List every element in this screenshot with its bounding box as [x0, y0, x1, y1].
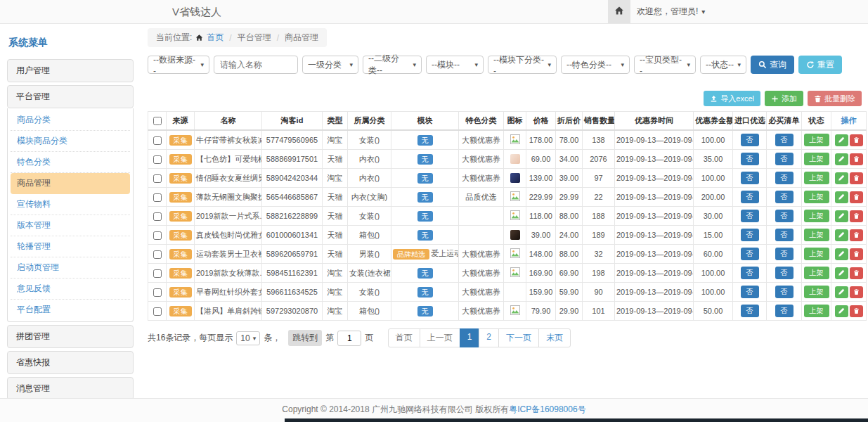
sidebar-item[interactable]: 轮播管理 [11, 236, 130, 257]
edit-button[interactable] [835, 172, 848, 184]
pager-item[interactable]: 1 [460, 328, 480, 347]
row-checkbox[interactable] [153, 307, 162, 316]
import-choice-toggle[interactable]: 否 [741, 191, 759, 203]
user-menu[interactable]: 欢迎您，管理员! [637, 0, 705, 23]
status-badge[interactable]: 上架 [804, 229, 829, 241]
select-all-checkbox[interactable] [153, 117, 162, 125]
module-sub-select[interactable]: --模块下分类--▾ [488, 56, 557, 74]
row-checkbox[interactable] [153, 193, 162, 202]
category1-select[interactable]: 一级分类▾ [302, 56, 358, 74]
import-choice-toggle[interactable]: 否 [741, 172, 759, 184]
name-input[interactable] [214, 56, 298, 74]
edit-button[interactable] [835, 153, 848, 165]
delete-button[interactable] [850, 267, 863, 279]
edit-button[interactable] [835, 210, 848, 222]
breadcrumb-home-link[interactable]: 首页 [207, 32, 224, 44]
delete-button[interactable] [850, 172, 863, 184]
pager-item[interactable]: 末页 [538, 328, 571, 347]
must-buy-toggle[interactable]: 否 [775, 134, 793, 146]
import-choice-toggle[interactable]: 否 [741, 229, 759, 241]
status-badge[interactable]: 上架 [804, 267, 829, 279]
row-checkbox[interactable] [153, 212, 162, 221]
sidebar-item[interactable]: 省惠快报 [7, 351, 134, 374]
import-choice-toggle[interactable]: 否 [741, 286, 759, 298]
status-select[interactable]: --状态--▾ [700, 56, 746, 74]
must-buy-toggle[interactable]: 否 [775, 210, 793, 222]
row-checkbox[interactable] [153, 155, 162, 164]
edit-button[interactable] [835, 134, 848, 146]
sidebar-item[interactable]: 平台管理 [7, 85, 134, 108]
per-page-select[interactable]: 10 ▾ [236, 331, 260, 345]
add-button[interactable]: 添加 [765, 91, 803, 106]
row-checkbox[interactable] [153, 269, 162, 278]
category2-select[interactable]: --二级分类--▾ [363, 56, 422, 74]
sidebar-item-active[interactable]: 商品管理 [11, 173, 130, 194]
data-source-select[interactable]: --数据来源--▾ [148, 56, 209, 74]
status-badge[interactable]: 上架 [804, 305, 829, 317]
edit-button[interactable] [835, 191, 848, 203]
must-buy-toggle[interactable]: 否 [775, 267, 793, 279]
row-checkbox[interactable] [153, 136, 162, 145]
import-excel-button[interactable]: 导入excel [704, 91, 760, 106]
row-checkbox[interactable] [153, 250, 162, 259]
delete-button[interactable] [850, 210, 863, 222]
status-badge[interactable]: 上架 [804, 172, 829, 184]
status-badge[interactable]: 上架 [804, 286, 829, 298]
edit-button[interactable] [835, 286, 848, 298]
must-buy-toggle[interactable]: 否 [775, 153, 793, 165]
row-checkbox[interactable] [153, 288, 162, 297]
batch-delete-button[interactable]: 批量删除 [808, 91, 862, 106]
import-choice-toggle[interactable]: 否 [741, 248, 759, 260]
pager-item[interactable]: 首页 [388, 328, 420, 347]
module-select[interactable]: --模块--▾ [426, 56, 484, 74]
import-choice-toggle[interactable]: 否 [741, 267, 759, 279]
sidebar-item[interactable]: 平台配置 [11, 300, 130, 320]
jump-button[interactable]: 跳转到 [288, 330, 322, 346]
edit-button[interactable] [835, 305, 848, 317]
query-button[interactable]: 查询 [751, 56, 794, 74]
delete-button[interactable] [850, 248, 863, 260]
pager-item[interactable]: 下一页 [498, 328, 539, 347]
delete-button[interactable] [850, 286, 863, 298]
page-number-input[interactable] [337, 331, 361, 346]
home-shortcut-button[interactable] [608, 0, 630, 23]
edit-button[interactable] [835, 267, 848, 279]
sidebar-item[interactable]: 意见反馈 [11, 279, 130, 300]
must-buy-toggle[interactable]: 否 [775, 191, 793, 203]
import-choice-toggle[interactable]: 否 [741, 305, 759, 317]
delete-button[interactable] [850, 191, 863, 203]
status-badge[interactable]: 上架 [804, 210, 829, 222]
item-type-select[interactable]: --宝贝类型--▾ [634, 56, 696, 74]
delete-button[interactable] [850, 305, 863, 317]
status-badge[interactable]: 上架 [804, 134, 829, 146]
status-badge[interactable]: 上架 [804, 191, 829, 203]
sidebar-item[interactable]: 用户管理 [7, 59, 134, 82]
row-checkbox[interactable] [153, 231, 162, 240]
pager-item[interactable]: 2 [479, 328, 499, 347]
row-checkbox[interactable] [153, 174, 162, 183]
icp-link[interactable]: 粤ICP备16098006号 [509, 404, 585, 414]
reset-button[interactable]: 重置 [798, 56, 842, 74]
must-buy-toggle[interactable]: 否 [775, 229, 793, 241]
must-buy-toggle[interactable]: 否 [775, 286, 793, 298]
delete-button[interactable] [850, 134, 863, 146]
must-buy-toggle[interactable]: 否 [775, 248, 793, 260]
must-buy-toggle[interactable]: 否 [775, 305, 793, 317]
sidebar-item[interactable]: 拼团管理 [7, 325, 134, 348]
import-choice-toggle[interactable]: 否 [741, 153, 759, 165]
sidebar-item[interactable]: 消息管理 [7, 377, 134, 398]
import-choice-toggle[interactable]: 否 [741, 210, 759, 222]
feature-select[interactable]: --特色分类--▾ [561, 56, 630, 74]
edit-button[interactable] [835, 229, 848, 241]
sidebar-item[interactable]: 启动页管理 [11, 257, 130, 279]
sidebar-item[interactable]: 版本管理 [11, 215, 130, 236]
sidebar-item[interactable]: 宣传物料 [11, 194, 130, 215]
must-buy-toggle[interactable]: 否 [775, 172, 793, 184]
sidebar-item[interactable]: 特色分类 [11, 152, 130, 173]
edit-button[interactable] [835, 248, 848, 260]
import-choice-toggle[interactable]: 否 [741, 134, 759, 146]
delete-button[interactable] [850, 229, 863, 241]
status-badge[interactable]: 上架 [804, 153, 829, 165]
status-badge[interactable]: 上架 [804, 248, 829, 260]
delete-button[interactable] [850, 153, 863, 165]
